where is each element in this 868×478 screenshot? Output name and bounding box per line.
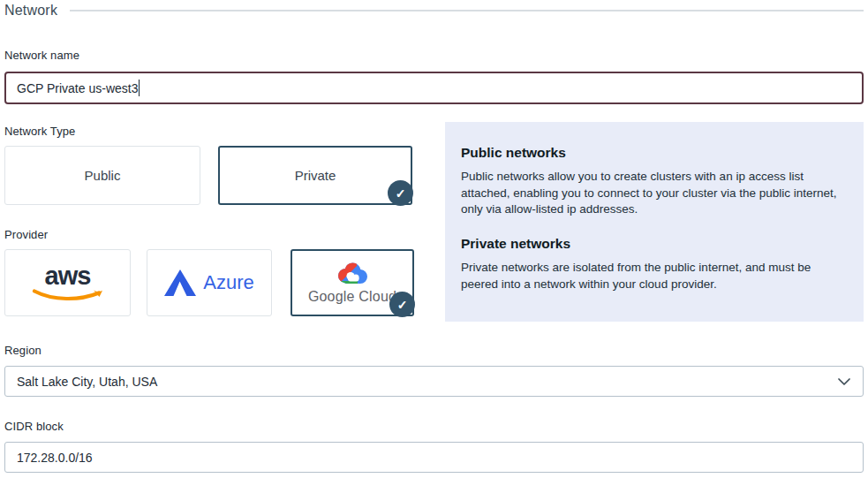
aws-wordmark: aws [45, 263, 91, 289]
provider-option-aws[interactable]: aws [4, 249, 131, 316]
network-form: Network Network name GCP Private us-west… [0, 2, 868, 473]
network-type-option-private[interactable]: Private ✓ [218, 146, 412, 205]
provider-option-google-cloud[interactable]: Google Cloud ✓ [291, 249, 414, 316]
network-type-label: Network Type [4, 125, 419, 138]
option-label: Private [295, 168, 336, 183]
info-section-public: Public networks Public networks allow yo… [461, 145, 842, 218]
check-icon: ✓ [396, 186, 406, 201]
section-divider [70, 10, 864, 11]
option-label: Public [85, 168, 121, 183]
google-cloud-wordmark: Google Cloud [308, 289, 396, 305]
network-type-options: Public Private ✓ [4, 146, 419, 205]
public-networks-heading: Public networks [461, 145, 842, 161]
aws-smile-icon [32, 289, 104, 302]
region-label: Region [4, 344, 864, 357]
public-networks-description: Public networks allow you to create clus… [461, 169, 842, 218]
private-networks-heading: Private networks [461, 236, 842, 252]
private-networks-description: Private networks are isolated from the p… [461, 260, 842, 292]
azure-logo-icon: Azure [164, 269, 253, 296]
cidr-field: CIDR block 172.28.0.0/16 [4, 420, 864, 473]
section-header: Network [4, 2, 864, 19]
text-caret [139, 80, 140, 96]
region-select-row: Salt Lake City, Utah, USA [4, 366, 864, 397]
left-column: Network Type Public Private ✓ Provider a… [4, 122, 419, 322]
azure-wordmark: Azure [203, 271, 253, 294]
aws-logo-icon: aws [32, 263, 104, 302]
region-field: Region Salt Lake City, Utah, USA [4, 344, 864, 397]
provider-options: aws Azure [4, 249, 419, 316]
check-icon: ✓ [397, 298, 408, 312]
region-value: Salt Lake City, Utah, USA [17, 375, 157, 389]
network-name-value: GCP Private us-west3 [17, 81, 138, 95]
provider-option-azure[interactable]: Azure [147, 249, 272, 316]
selected-check-badge: ✓ [388, 180, 413, 206]
provider-label: Provider [4, 228, 419, 241]
type-provider-row: Network Type Public Private ✓ Provider a… [4, 122, 864, 322]
region-select[interactable]: Salt Lake City, Utah, USA [4, 366, 864, 397]
azure-triangle-icon [164, 269, 196, 296]
cidr-input[interactable]: 172.28.0.0/16 [4, 442, 864, 473]
network-name-field: Network name GCP Private us-west3 [4, 49, 864, 104]
network-name-label: Network name [4, 49, 864, 62]
chevron-down-icon [838, 378, 850, 385]
cidr-label: CIDR block [4, 420, 864, 433]
selected-check-badge: ✓ [389, 292, 415, 317]
google-cloud-cloud-icon [334, 261, 371, 287]
info-section-private: Private networks Private networks are is… [461, 236, 842, 292]
cidr-value: 172.28.0.0/16 [17, 451, 93, 465]
google-cloud-logo-icon: Google Cloud [308, 261, 396, 305]
network-type-option-public[interactable]: Public [4, 146, 200, 205]
cidr-input-row: 172.28.0.0/16 [4, 442, 864, 473]
page-title: Network [4, 3, 57, 19]
network-name-input[interactable]: GCP Private us-west3 [4, 72, 864, 104]
info-panel: Public networks Public networks allow yo… [445, 122, 864, 322]
